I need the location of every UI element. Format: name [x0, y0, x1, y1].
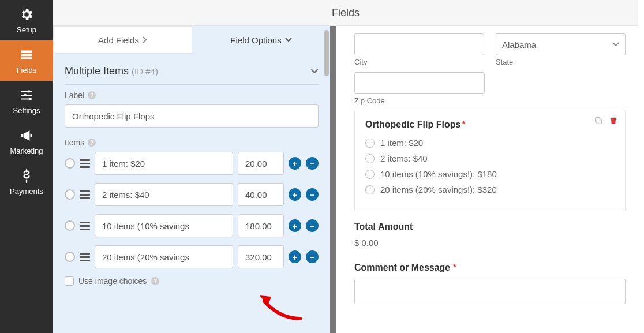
svg-rect-0: [21, 50, 32, 53]
svg-rect-2: [21, 57, 32, 59]
nav-label: Fields: [17, 66, 37, 74]
nav-settings[interactable]: Settings: [0, 81, 53, 121]
message-textarea[interactable]: [354, 279, 626, 304]
total-label: Total Amount: [354, 222, 626, 232]
help-icon[interactable]: ?: [88, 139, 96, 147]
item-default-radio[interactable]: [65, 189, 75, 200]
item-row: +−: [65, 245, 319, 268]
item-label-input[interactable]: [95, 214, 233, 237]
item-default-radio[interactable]: [65, 158, 75, 169]
bullhorn-icon: [19, 128, 34, 143]
product-option[interactable]: 1 item: $20: [365, 138, 615, 148]
chevron-down-icon: [285, 38, 292, 42]
item-row: +−: [65, 152, 319, 175]
radio-icon: [365, 139, 375, 148]
panel-title: Multiple Items (ID #4): [65, 65, 158, 77]
tab-field-options[interactable]: Field Options: [192, 26, 330, 54]
svg-rect-6: [597, 119, 601, 124]
copy-icon[interactable]: [594, 116, 603, 125]
zip-label: Zip Code: [354, 96, 485, 105]
state-label: State: [496, 58, 626, 66]
page-title: Fields: [53, 0, 638, 26]
chevron-right-icon: [143, 36, 147, 43]
card-title: Orthopedic Flip Flops: [365, 119, 460, 130]
required-star: *: [453, 263, 456, 272]
nav-payments[interactable]: Payments: [0, 162, 53, 202]
tab-label: Field Options: [230, 35, 281, 45]
drag-handle-icon[interactable]: [80, 253, 90, 261]
state-value: Alabama: [502, 40, 536, 50]
help-icon[interactable]: ?: [88, 91, 96, 99]
collapse-icon[interactable]: [310, 69, 319, 74]
option-label: 1 item: $20: [380, 138, 423, 148]
nav-label: Marketing: [10, 147, 43, 155]
add-item-button[interactable]: +: [289, 157, 301, 170]
nav-fields[interactable]: Fields: [0, 40, 53, 81]
zip-input[interactable]: [354, 72, 485, 94]
add-item-button[interactable]: +: [289, 219, 301, 232]
item-row: +−: [65, 214, 319, 237]
add-item-button[interactable]: +: [289, 250, 301, 263]
label-input[interactable]: [65, 104, 319, 128]
dollar-icon: [19, 169, 34, 184]
scrollbar[interactable]: [324, 30, 329, 76]
label-caption: Label: [65, 91, 84, 100]
total-value: $ 0.00: [354, 238, 626, 248]
trash-icon[interactable]: [609, 116, 618, 125]
svg-rect-7: [596, 118, 600, 122]
option-label: 10 items (10% savings!): $180: [380, 169, 497, 179]
remove-item-button[interactable]: −: [306, 157, 319, 170]
product-option[interactable]: 2 items: $40: [365, 154, 615, 163]
help-icon[interactable]: ?: [151, 277, 159, 285]
tab-label: Add Fields: [98, 35, 139, 45]
builder-panel: Fields Add Fields Field Options Multiple…: [53, 0, 336, 333]
item-price-input[interactable]: [238, 183, 284, 206]
product-option[interactable]: 20 items (20% savings!): $320: [365, 185, 615, 194]
city-label: City: [354, 58, 484, 66]
item-default-radio[interactable]: [65, 220, 75, 231]
required-star: *: [462, 119, 465, 130]
item-label-input[interactable]: [95, 183, 233, 206]
nav-marketing[interactable]: Marketing: [0, 121, 53, 162]
remove-item-button[interactable]: −: [306, 250, 319, 263]
item-label-input[interactable]: [95, 152, 233, 175]
fields-icon: [19, 47, 34, 62]
message-label: Comment or Message: [354, 263, 450, 272]
nav-setup[interactable]: Setup: [0, 0, 53, 40]
sidebar: Setup Fields Settings Marketing Payments: [0, 0, 53, 333]
item-label-input[interactable]: [95, 245, 233, 268]
remove-item-button[interactable]: −: [306, 188, 319, 201]
nav-label: Settings: [13, 106, 40, 115]
sliders-icon: [19, 88, 34, 103]
drag-handle-icon[interactable]: [80, 159, 90, 168]
panel-id: (ID #4): [132, 66, 158, 76]
svg-point-5: [29, 98, 31, 100]
state-select[interactable]: Alabama: [496, 33, 626, 55]
item-price-input[interactable]: [238, 245, 284, 268]
product-card[interactable]: Orthopedic Flip Flops * 1 item: $202 ite…: [354, 110, 626, 211]
svg-point-3: [28, 90, 30, 92]
use-image-checkbox[interactable]: [65, 276, 74, 286]
item-default-radio[interactable]: [65, 252, 75, 262]
nav-label: Setup: [17, 25, 36, 34]
drag-handle-icon[interactable]: [80, 222, 90, 230]
product-option[interactable]: 10 items (10% savings!): $180: [365, 169, 615, 179]
city-input[interactable]: [354, 33, 484, 55]
preview-panel: City Alabama State Zip Code Ortho: [336, 0, 644, 333]
gear-icon: [19, 7, 34, 22]
drag-handle-icon[interactable]: [80, 190, 90, 199]
item-price-input[interactable]: [238, 152, 284, 175]
radio-icon: [365, 154, 375, 163]
item-price-input[interactable]: [238, 214, 284, 237]
tab-add-fields[interactable]: Add Fields: [53, 26, 192, 54]
radio-icon: [365, 185, 375, 194]
chevron-down-icon: [612, 42, 619, 47]
item-row: +−: [65, 183, 319, 206]
items-caption: Items: [65, 138, 84, 147]
use-image-label: Use image choices: [78, 276, 147, 286]
nav-label: Payments: [10, 187, 43, 196]
add-item-button[interactable]: +: [289, 188, 301, 201]
option-label: 2 items: $40: [380, 154, 428, 163]
option-label: 20 items (20% savings!): $320: [380, 185, 497, 194]
remove-item-button[interactable]: −: [306, 219, 319, 232]
